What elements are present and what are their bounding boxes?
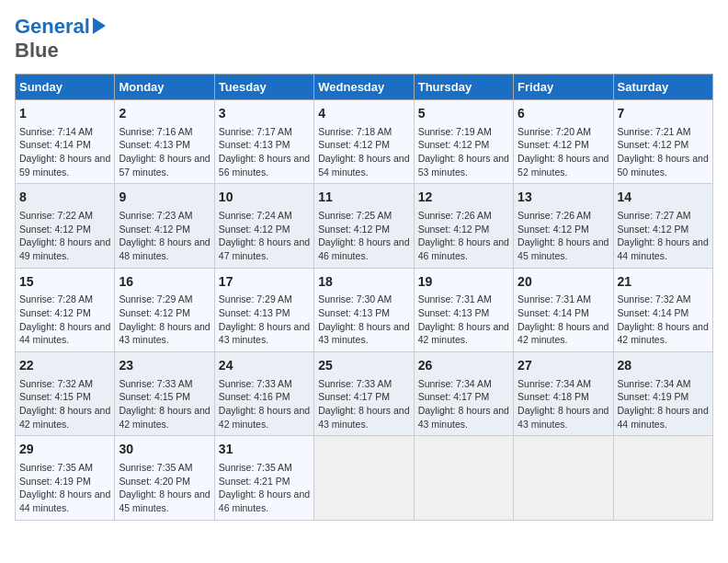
sunrise: Sunrise: 7:33 AM — [219, 378, 292, 389]
calendar-cell: 29Sunrise: 7:35 AMSunset: 4:19 PMDayligh… — [16, 436, 115, 520]
day-number: 22 — [19, 357, 110, 375]
day-number: 8 — [19, 189, 110, 207]
calendar-cell: 23Sunrise: 7:33 AMSunset: 4:15 PMDayligh… — [115, 352, 214, 436]
sunset: Sunset: 4:19 PM — [19, 476, 91, 487]
day-number: 10 — [219, 189, 310, 207]
calendar-cell: 31Sunrise: 7:35 AMSunset: 4:21 PMDayligh… — [214, 436, 313, 520]
calendar-cell: 21Sunrise: 7:32 AMSunset: 4:14 PMDayligh… — [613, 268, 712, 351]
day-number: 24 — [219, 357, 310, 375]
sunrise: Sunrise: 7:28 AM — [19, 293, 93, 304]
sunrise: Sunrise: 7:23 AM — [119, 210, 192, 221]
calendar-cell: 22Sunrise: 7:32 AMSunset: 4:15 PMDayligh… — [16, 352, 115, 436]
calendar-cell: 3Sunrise: 7:17 AMSunset: 4:13 PMDaylight… — [214, 100, 313, 184]
calendar-cell: 7Sunrise: 7:21 AMSunset: 4:12 PMDaylight… — [613, 100, 712, 184]
day-number: 28 — [618, 357, 709, 375]
day-number: 3 — [219, 105, 310, 123]
sunrise: Sunrise: 7:21 AM — [618, 126, 691, 137]
sunrise: Sunrise: 7:35 AM — [19, 462, 93, 473]
calendar-cell: 15Sunrise: 7:28 AMSunset: 4:12 PMDayligh… — [16, 268, 115, 351]
sunset: Sunset: 4:14 PM — [19, 139, 91, 150]
sunrise: Sunrise: 7:19 AM — [418, 126, 492, 137]
sunrise: Sunrise: 7:34 AM — [618, 378, 691, 389]
calendar-cell: 8Sunrise: 7:22 AMSunset: 4:12 PMDaylight… — [16, 184, 115, 268]
header-saturday: Saturday — [613, 75, 712, 100]
sunset: Sunset: 4:12 PM — [318, 139, 390, 150]
day-number: 17 — [219, 273, 310, 292]
daylight: Daylight: 8 hours and 43 minutes. — [418, 405, 509, 430]
sunset: Sunset: 4:14 PM — [618, 307, 689, 318]
day-number: 15 — [19, 273, 110, 292]
sunset: Sunset: 4:12 PM — [19, 224, 91, 235]
sunset: Sunset: 4:17 PM — [418, 391, 490, 402]
calendar-cell: 20Sunrise: 7:31 AMSunset: 4:14 PMDayligh… — [514, 268, 613, 351]
daylight: Daylight: 8 hours and 42 minutes. — [518, 321, 609, 346]
sunset: Sunset: 4:12 PM — [119, 307, 190, 318]
calendar-cell: 28Sunrise: 7:34 AMSunset: 4:19 PMDayligh… — [613, 352, 712, 436]
calendar-cell: 25Sunrise: 7:33 AMSunset: 4:17 PMDayligh… — [314, 352, 414, 436]
sunset: Sunset: 4:15 PM — [19, 391, 91, 402]
calendar-cell: 26Sunrise: 7:34 AMSunset: 4:17 PMDayligh… — [414, 352, 513, 436]
sunrise: Sunrise: 7:32 AM — [19, 378, 93, 389]
day-number: 7 — [618, 105, 709, 123]
day-number: 2 — [119, 105, 210, 123]
day-number: 29 — [19, 441, 110, 459]
daylight: Daylight: 8 hours and 43 minutes. — [219, 321, 310, 346]
sunrise: Sunrise: 7:18 AM — [318, 126, 392, 137]
daylight: Daylight: 8 hours and 45 minutes. — [518, 236, 609, 261]
sunrise: Sunrise: 7:31 AM — [418, 293, 492, 304]
daylight: Daylight: 8 hours and 53 minutes. — [418, 153, 509, 178]
calendar-cell: 10Sunrise: 7:24 AMSunset: 4:12 PMDayligh… — [214, 184, 313, 268]
sunset: Sunset: 4:20 PM — [119, 476, 190, 487]
daylight: Daylight: 8 hours and 42 minutes. — [219, 405, 310, 430]
calendar-cell — [514, 436, 613, 520]
daylight: Daylight: 8 hours and 44 minutes. — [618, 405, 709, 430]
calendar-cell: 19Sunrise: 7:31 AMSunset: 4:13 PMDayligh… — [414, 268, 513, 351]
calendar-cell: 16Sunrise: 7:29 AMSunset: 4:12 PMDayligh… — [115, 268, 214, 351]
header-monday: Monday — [115, 75, 214, 100]
calendar-cell: 30Sunrise: 7:35 AMSunset: 4:20 PMDayligh… — [115, 436, 214, 520]
day-number: 13 — [518, 189, 609, 207]
sunrise: Sunrise: 7:17 AM — [219, 126, 292, 137]
calendar-week-row: 29Sunrise: 7:35 AMSunset: 4:19 PMDayligh… — [16, 436, 713, 520]
calendar-cell — [314, 436, 414, 520]
sunset: Sunset: 4:13 PM — [119, 139, 190, 150]
day-number: 5 — [418, 105, 509, 123]
sunset: Sunset: 4:13 PM — [219, 139, 290, 150]
daylight: Daylight: 8 hours and 56 minutes. — [219, 153, 310, 178]
day-number: 18 — [318, 273, 409, 292]
daylight: Daylight: 8 hours and 45 minutes. — [119, 488, 210, 513]
logo-text: General — [15, 15, 90, 39]
daylight: Daylight: 8 hours and 47 minutes. — [219, 236, 310, 261]
sunrise: Sunrise: 7:29 AM — [119, 293, 192, 304]
sunset: Sunset: 4:13 PM — [219, 307, 290, 318]
day-number: 6 — [518, 105, 609, 123]
sunset: Sunset: 4:16 PM — [219, 391, 290, 402]
day-number: 27 — [518, 357, 609, 375]
day-number: 11 — [318, 189, 409, 207]
logo-subtext: Blue — [15, 39, 59, 62]
day-number: 31 — [219, 441, 310, 459]
daylight: Daylight: 8 hours and 42 minutes. — [19, 405, 110, 430]
sunrise: Sunrise: 7:25 AM — [318, 210, 392, 221]
daylight: Daylight: 8 hours and 48 minutes. — [119, 236, 210, 261]
sunset: Sunset: 4:18 PM — [518, 391, 589, 402]
calendar-cell: 2Sunrise: 7:16 AMSunset: 4:13 PMDaylight… — [115, 100, 214, 184]
daylight: Daylight: 8 hours and 42 minutes. — [618, 321, 709, 346]
sunrise: Sunrise: 7:33 AM — [318, 378, 392, 389]
sunset: Sunset: 4:12 PM — [418, 224, 490, 235]
sunrise: Sunrise: 7:30 AM — [318, 293, 392, 304]
sunrise: Sunrise: 7:26 AM — [518, 210, 591, 221]
sunrise: Sunrise: 7:26 AM — [418, 210, 492, 221]
daylight: Daylight: 8 hours and 43 minutes. — [318, 405, 409, 430]
logo-arrow-icon — [93, 17, 106, 34]
calendar-cell: 5Sunrise: 7:19 AMSunset: 4:12 PMDaylight… — [414, 100, 513, 184]
day-number: 19 — [418, 273, 509, 292]
calendar-cell — [414, 436, 513, 520]
calendar-header-row: SundayMondayTuesdayWednesdayThursdayFrid… — [16, 75, 713, 100]
sunset: Sunset: 4:12 PM — [518, 224, 589, 235]
sunrise: Sunrise: 7:34 AM — [418, 378, 492, 389]
calendar-cell: 24Sunrise: 7:33 AMSunset: 4:16 PMDayligh… — [214, 352, 313, 436]
daylight: Daylight: 8 hours and 44 minutes. — [19, 321, 110, 346]
calendar-week-row: 8Sunrise: 7:22 AMSunset: 4:12 PMDaylight… — [16, 184, 713, 268]
sunset: Sunset: 4:21 PM — [219, 476, 290, 487]
